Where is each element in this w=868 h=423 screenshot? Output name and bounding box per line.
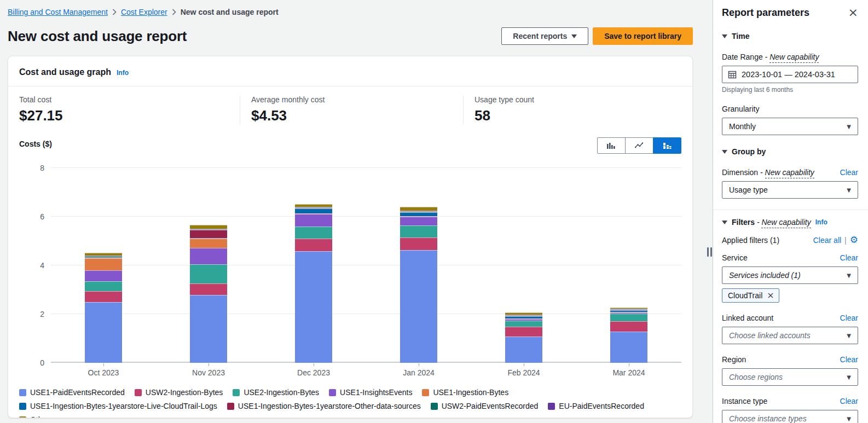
legend-item[interactable]: USW2-PaidEventsRecorded [431, 402, 539, 410]
stacked-bar[interactable] [190, 168, 227, 363]
bar-segment[interactable] [85, 281, 122, 291]
bar-slot-feb-2024 [471, 168, 576, 363]
legend-item[interactable]: USE1-Ingestion-Bytes-1yearstore-Live-Clo… [19, 402, 217, 410]
save-label: Save to report library [604, 32, 681, 40]
stacked-bar-chart-button[interactable] [653, 137, 681, 154]
token-remove-icon[interactable]: × [767, 291, 774, 300]
bar-segment[interactable] [400, 250, 437, 363]
legend-item[interactable]: Others [19, 415, 53, 418]
granularity-select[interactable]: Monthly ▼ [722, 118, 858, 135]
bar-segment[interactable] [295, 251, 332, 363]
legend-label: USE1-InsightsEvents [340, 388, 412, 397]
save-to-report-library-button[interactable]: Save to report library [593, 27, 693, 45]
x-axis-tick [524, 363, 524, 366]
bar-segment[interactable] [190, 225, 227, 229]
bar-segment[interactable] [295, 208, 332, 213]
filters-info-link[interactable]: Info [815, 218, 828, 226]
clear-all-link[interactable]: Clear all [813, 236, 841, 245]
filters-section-header[interactable]: Filters - New capability Info [722, 218, 858, 227]
legend-item[interactable]: USE1-Ingestion-Bytes [422, 388, 508, 397]
bar-segment[interactable] [610, 332, 647, 363]
bar-chart-icon [606, 141, 616, 150]
time-section-header[interactable]: Time [722, 32, 858, 40]
bar-segment[interactable] [400, 217, 437, 225]
date-range-input[interactable]: 2023-10-01 — 2024-03-31 [722, 66, 858, 83]
panel-resize-handle[interactable] [707, 247, 712, 257]
bar-segment[interactable] [85, 270, 122, 281]
chevron-down-icon: ▼ [847, 124, 851, 130]
separator: | [844, 236, 847, 245]
date-range-value: 2023-10-01 — 2024-03-31 [742, 70, 835, 79]
new-capability-label: New capability [761, 218, 811, 228]
legend-item[interactable]: USW2-Ingestion-Bytes [135, 388, 223, 397]
date-range-label: Date Range [722, 53, 763, 61]
bar-segment[interactable] [85, 302, 122, 363]
stacked-bar[interactable] [505, 168, 542, 363]
bar-segment[interactable] [400, 237, 437, 250]
dimension-clear-link[interactable]: Clear [840, 168, 858, 177]
token-label: CloudTrail [728, 291, 762, 300]
breadcrumb-link-cost-explorer[interactable]: Cost Explorer [121, 8, 167, 16]
dimension-value: Usage type [729, 186, 768, 194]
recent-reports-button[interactable]: Recent reports [501, 27, 588, 45]
stacked-bar[interactable] [610, 168, 647, 363]
bar-segment[interactable] [295, 239, 332, 251]
linked-account-select[interactable]: Choose linked accounts▼ [722, 327, 858, 344]
bar-segment[interactable] [190, 264, 227, 284]
bar-segment[interactable] [505, 327, 542, 337]
instance-type-select[interactable]: Choose instance types▼ [722, 410, 858, 423]
chevron-down-icon: ▼ [847, 273, 851, 279]
bar-segment[interactable] [610, 321, 647, 332]
close-icon[interactable]: × [848, 7, 858, 19]
bar-slot-oct-2023 [51, 168, 156, 363]
group-by-section-header[interactable]: Group by [722, 147, 858, 156]
legend-item[interactable]: USE1-Ingestion-Bytes-1yearstore-Other-da… [227, 402, 421, 410]
filter-clear-link[interactable]: Clear [840, 314, 858, 322]
bar-chart-button[interactable] [597, 137, 626, 154]
bar-slot-dec-2023 [261, 168, 366, 363]
stacked-bar[interactable] [85, 168, 122, 363]
bar-segment[interactable] [190, 230, 227, 238]
bar-segment[interactable] [85, 291, 122, 302]
bar-segment[interactable] [295, 227, 332, 238]
bar-segment[interactable] [400, 207, 437, 211]
legend-swatch [422, 389, 429, 396]
chevron-right-icon [112, 9, 117, 15]
legend-label: USW2-Ingestion-Bytes [146, 388, 223, 397]
bar-segment[interactable] [190, 295, 227, 363]
gear-icon[interactable]: ⚙ [850, 235, 858, 245]
stacked-bar-chart-icon [662, 141, 672, 150]
stacked-bar[interactable] [400, 168, 437, 363]
service-clear-link[interactable]: Clear [840, 253, 858, 262]
breadcrumb-link-billing[interactable]: Billing and Cost Management [8, 8, 108, 16]
filter-clear-link[interactable]: Clear [840, 355, 858, 364]
chevron-down-icon: ▼ [847, 416, 851, 422]
bar-segment[interactable] [190, 248, 227, 264]
line-chart-button[interactable] [625, 137, 653, 154]
filter-clear-link[interactable]: Clear [840, 397, 858, 405]
region-select[interactable]: Choose regions▼ [722, 368, 858, 386]
legend-item[interactable]: EU-PaidEventsRecorded [548, 402, 644, 410]
bar-segment[interactable] [400, 212, 437, 217]
bar-segment[interactable] [610, 314, 647, 322]
info-link[interactable]: Info [117, 69, 129, 77]
stat-label: Total cost [19, 95, 229, 104]
instance-type-filter: Instance typeClearChoose instance types▼ [722, 397, 858, 423]
linked-account-filter: Linked accountClearChoose linked account… [722, 314, 858, 344]
cloudtrail-token: CloudTrail × [722, 288, 779, 303]
service-filter: Service Clear Services included (1) ▼ Cl… [722, 253, 858, 303]
legend-item[interactable]: USE1-PaidEventsRecorded [19, 388, 125, 397]
bar-segment[interactable] [505, 321, 542, 327]
bar-segment[interactable] [505, 337, 542, 363]
bar-segment[interactable] [295, 214, 332, 227]
bar-segment[interactable] [190, 239, 227, 248]
legend-item[interactable]: USE1-InsightsEvents [329, 388, 412, 397]
bar-segment[interactable] [190, 283, 227, 295]
legend-item[interactable]: USE2-Ingestion-Bytes [233, 388, 319, 397]
stacked-bar[interactable] [295, 168, 332, 363]
bar-segment[interactable] [400, 225, 437, 238]
filter-label: Region [722, 355, 746, 364]
bar-segment[interactable] [85, 258, 122, 270]
service-select[interactable]: Services included (1) ▼ [722, 266, 858, 284]
dimension-select[interactable]: Usage type ▼ [722, 181, 858, 199]
